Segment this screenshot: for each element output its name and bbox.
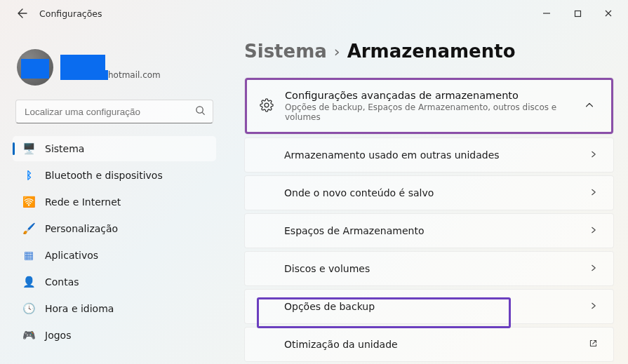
system-icon: 🖥️	[22, 142, 35, 155]
window-controls	[531, 3, 624, 24]
row-label: Discos e volumes	[284, 263, 370, 274]
main-content: Sistema › Armazenamento Configurações av…	[225, 27, 628, 364]
network-icon: 🛜	[22, 196, 35, 208]
row-new-content-save[interactable]: Onde o novo conteúdo é salvo	[244, 175, 614, 210]
sidebar-item-jogos[interactable]: 🎮 Jogos	[13, 323, 216, 348]
time-language-icon: 🕓	[22, 302, 35, 315]
search-icon	[195, 105, 206, 118]
sidebar-item-hora-idioma[interactable]: 🕓 Hora e idioma	[13, 296, 216, 321]
minimize-button[interactable]	[531, 3, 562, 24]
sidebar-item-label: Personalização	[45, 223, 118, 234]
sidebar-item-label: Rede e Internet	[45, 196, 121, 208]
row-drive-optimization[interactable]: Otimização da unidade	[244, 327, 614, 362]
sidebar: hotmail.com 🖥️ Sistema ᛒ Bluetooth e dis…	[0, 27, 225, 364]
maximize-button[interactable]	[562, 3, 593, 24]
close-button[interactable]	[593, 3, 624, 24]
personalization-icon: 🖌️	[22, 222, 35, 235]
titlebar: Configurações	[0, 0, 628, 27]
breadcrumb-parent[interactable]: Sistema	[244, 41, 327, 62]
advanced-storage-title: Configurações avançadas de armazenamento	[285, 90, 573, 101]
row-backup-options[interactable]: Opções de backup	[244, 289, 614, 324]
svg-line-3	[202, 112, 204, 114]
row-storage-spaces[interactable]: Espaços de Armazenamento	[244, 213, 614, 248]
row-label: Espaços de Armazenamento	[284, 225, 424, 236]
maximize-icon	[574, 10, 582, 18]
row-label: Otimização da unidade	[284, 339, 398, 350]
svg-rect-1	[575, 11, 580, 16]
app-title: Configurações	[39, 8, 102, 19]
sidebar-item-sistema[interactable]: 🖥️ Sistema	[13, 136, 216, 161]
sidebar-item-contas[interactable]: 👤 Contas	[13, 269, 216, 295]
advanced-storage-header[interactable]: Configurações avançadas de armazenamento…	[245, 78, 613, 134]
external-link-icon	[589, 339, 598, 350]
apps-icon: ▦	[22, 249, 35, 262]
sidebar-item-label: Hora e idioma	[45, 303, 114, 314]
accounts-icon: 👤	[22, 276, 35, 288]
back-button[interactable]	[14, 5, 31, 22]
arrow-left-icon	[17, 8, 28, 19]
search-input[interactable]	[25, 107, 186, 117]
profile-email: hotmail.com	[60, 70, 161, 81]
avatar	[17, 49, 53, 86]
gear-icon	[260, 98, 274, 114]
row-label: Onde o novo conteúdo é salvo	[284, 187, 434, 198]
sidebar-item-personalizacao[interactable]: 🖌️ Personalização	[13, 216, 216, 241]
row-label: Armazenamento usado em outras unidades	[284, 149, 500, 161]
breadcrumb: Sistema › Armazenamento	[244, 41, 614, 62]
svg-point-2	[196, 107, 203, 113]
chevron-right-icon: ›	[334, 43, 340, 60]
sidebar-item-aplicativos[interactable]: ▦ Aplicativos	[13, 243, 216, 268]
chevron-up-icon	[584, 100, 599, 112]
breadcrumb-current: Armazenamento	[347, 41, 516, 62]
search-box[interactable]	[15, 100, 213, 123]
close-icon	[604, 9, 613, 18]
row-other-drives[interactable]: Armazenamento usado em outras unidades	[244, 137, 614, 173]
advanced-storage-panel: Configurações avançadas de armazenamento…	[244, 77, 614, 135]
row-disks-volumes[interactable]: Discos e volumes	[244, 251, 614, 286]
profile-block[interactable]: hotmail.com	[17, 49, 216, 86]
chevron-right-icon	[589, 187, 598, 198]
sidebar-item-label: Contas	[45, 276, 79, 288]
sidebar-item-label: Sistema	[45, 143, 84, 154]
bluetooth-icon: ᛒ	[22, 169, 35, 182]
gaming-icon: 🎮	[22, 329, 35, 342]
chevron-right-icon	[589, 149, 598, 161]
nav-list: 🖥️ Sistema ᛒ Bluetooth e dispositivos 🛜 …	[13, 136, 216, 348]
minimize-icon	[542, 9, 551, 18]
chevron-right-icon	[589, 263, 598, 274]
advanced-storage-subtitle: Opções de backup, Espaços de Armazenamen…	[285, 102, 573, 122]
chevron-right-icon	[589, 225, 598, 236]
row-label: Opções de backup	[284, 301, 375, 312]
sidebar-item-rede[interactable]: 🛜 Rede e Internet	[13, 189, 216, 215]
chevron-right-icon	[589, 301, 598, 312]
sidebar-item-label: Jogos	[45, 330, 71, 341]
sidebar-item-label: Aplicativos	[45, 250, 98, 261]
sidebar-item-bluetooth[interactable]: ᛒ Bluetooth e dispositivos	[13, 163, 216, 188]
sidebar-item-label: Bluetooth e dispositivos	[45, 170, 163, 181]
